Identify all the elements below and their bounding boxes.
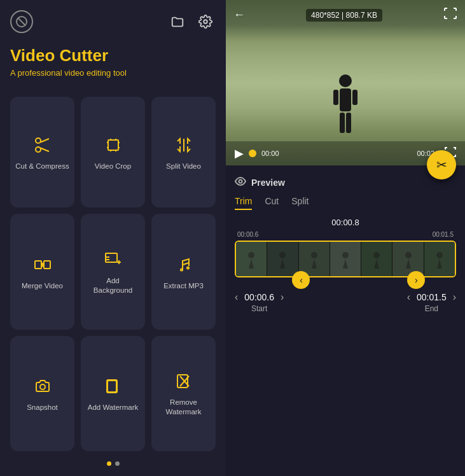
eye-icon xyxy=(235,176,246,190)
preview-label: Preview xyxy=(251,178,285,188)
svg-rect-28 xyxy=(333,90,338,105)
play-button[interactable]: ▶ xyxy=(235,146,244,160)
app-subtitle: A professional video editing tool xyxy=(10,68,216,78)
play-time: 00:00 xyxy=(261,150,279,157)
screenshot-button[interactable] xyxy=(443,6,457,24)
tab-split[interactable]: Split xyxy=(291,196,309,210)
svg-line-6 xyxy=(40,148,49,151)
video-top-bar: ← 480*852 | 808.7 KB xyxy=(226,0,465,30)
video-crop-label: Video Crop xyxy=(95,162,131,171)
svg-rect-26 xyxy=(340,113,345,133)
tool-remove-watermark[interactable]: Remove Watermark xyxy=(151,336,216,451)
end-label: End xyxy=(425,304,438,313)
svg-point-18 xyxy=(40,384,45,389)
svg-point-33 xyxy=(311,252,317,258)
svg-point-35 xyxy=(373,252,380,258)
video-info: 480*852 | 808.7 KB xyxy=(306,9,382,22)
film-frame-4 xyxy=(330,242,361,276)
split-video-label: Split Video xyxy=(166,162,201,171)
tool-split-video[interactable]: Split Video xyxy=(151,97,216,207)
film-frame-1 xyxy=(236,242,267,276)
add-background-label: Add Background xyxy=(86,276,140,295)
tab-bar: Trim Cut Split xyxy=(226,196,465,210)
end-time-value: 00:01.5 xyxy=(417,292,447,302)
start-time-value: 00:00.6 xyxy=(244,292,274,302)
svg-point-37 xyxy=(436,252,443,258)
svg-rect-21 xyxy=(177,375,188,388)
end-prev-button[interactable]: ‹ xyxy=(407,291,410,303)
split-video-icon xyxy=(175,136,193,157)
svg-rect-20 xyxy=(108,381,116,391)
settings-button[interactable] xyxy=(195,11,216,32)
app-title: Video Cutter xyxy=(10,46,216,66)
svg-point-2 xyxy=(204,20,207,24)
left-panel: Video Cutter A professional video editin… xyxy=(0,0,226,476)
film-frame-5 xyxy=(361,242,392,276)
add-background-icon xyxy=(104,251,122,271)
extract-mp3-icon xyxy=(175,256,193,276)
folder-button[interactable] xyxy=(167,11,188,32)
end-next-button[interactable]: › xyxy=(453,291,456,303)
end-time-group: ‹ 00:01.5 › End xyxy=(407,291,456,313)
video-section: ← 480*852 | 808.7 KB ▶ 00:00 00:02 xyxy=(226,0,465,165)
tool-extract-mp3[interactable]: Extract MP3 xyxy=(151,214,216,329)
tool-merge-video[interactable]: Merge Video xyxy=(10,214,74,329)
tool-add-background[interactable]: Add Background xyxy=(81,214,145,329)
timeline-markers: 00:00.6 00:01.5 xyxy=(235,231,456,238)
start-next-button[interactable]: › xyxy=(281,291,284,303)
film-frame-7 xyxy=(424,242,455,276)
svg-rect-25 xyxy=(340,88,351,111)
merge-video-label: Merge Video xyxy=(22,281,63,291)
dot-2[interactable] xyxy=(115,461,120,466)
back-button[interactable]: ← xyxy=(233,8,245,22)
right-panel: ← 480*852 | 808.7 KB ▶ 00:00 00:02 xyxy=(226,0,465,476)
controls-left: ▶ 00:00 xyxy=(235,146,279,160)
svg-point-4 xyxy=(36,147,41,152)
svg-rect-29 xyxy=(352,90,357,105)
add-watermark-label: Add Watermark xyxy=(88,403,138,412)
page-dots xyxy=(10,461,216,466)
remove-watermark-icon xyxy=(175,372,193,393)
svg-rect-27 xyxy=(346,113,351,133)
svg-rect-10 xyxy=(44,261,50,269)
no-ads-icon xyxy=(10,10,33,33)
snapshot-label: Snapshot xyxy=(27,403,58,412)
dot-1[interactable] xyxy=(107,461,111,466)
trim-time-center: 00:00.8 xyxy=(226,218,465,227)
svg-point-34 xyxy=(342,252,349,258)
start-time-group: ‹ 00:00.6 › Start xyxy=(235,291,284,313)
svg-point-30 xyxy=(239,180,242,183)
timeline-wrapper: 00:00.6 00:01.5 xyxy=(235,231,456,277)
tool-add-watermark[interactable]: Add Watermark xyxy=(81,336,145,451)
top-bar-left xyxy=(10,10,216,33)
svg-point-32 xyxy=(279,252,286,258)
tab-cut[interactable]: Cut xyxy=(265,196,279,210)
time-controls: ‹ 00:00.6 › Start ‹ 00:01.5 › End xyxy=(226,277,465,318)
tool-cut-compress[interactable]: Cut & Compress xyxy=(10,97,74,207)
filmstrip xyxy=(235,241,456,277)
svg-point-3 xyxy=(36,138,41,143)
svg-rect-7 xyxy=(108,140,118,150)
tab-trim[interactable]: Trim xyxy=(235,196,252,210)
time-indicator-dot xyxy=(249,150,256,157)
tools-grid: Cut & Compress Video Crop xyxy=(10,97,216,451)
top-bar-right xyxy=(167,11,216,32)
svg-point-31 xyxy=(248,252,254,258)
video-crop-icon xyxy=(104,136,122,157)
snapshot-icon xyxy=(34,377,52,398)
svg-line-17 xyxy=(183,263,189,265)
marker-end: 00:01.5 xyxy=(433,231,454,238)
extract-mp3-label: Extract MP3 xyxy=(163,281,204,291)
merge-video-icon xyxy=(34,256,52,276)
start-control-group: ‹ 00:00.6 › xyxy=(235,291,284,303)
edit-panel: Preview Trim Cut Split 00:00.8 00:00.6 0… xyxy=(226,165,465,476)
svg-line-1 xyxy=(18,18,25,25)
tool-video-crop[interactable]: Video Crop xyxy=(81,97,145,207)
tool-snapshot[interactable]: Snapshot xyxy=(10,336,74,451)
scissors-fab[interactable]: ✂ xyxy=(427,150,456,179)
start-prev-button[interactable]: ‹ xyxy=(235,291,238,303)
cut-compress-icon xyxy=(34,136,52,157)
svg-point-24 xyxy=(339,74,352,87)
svg-rect-9 xyxy=(35,261,41,269)
svg-point-36 xyxy=(405,252,412,258)
